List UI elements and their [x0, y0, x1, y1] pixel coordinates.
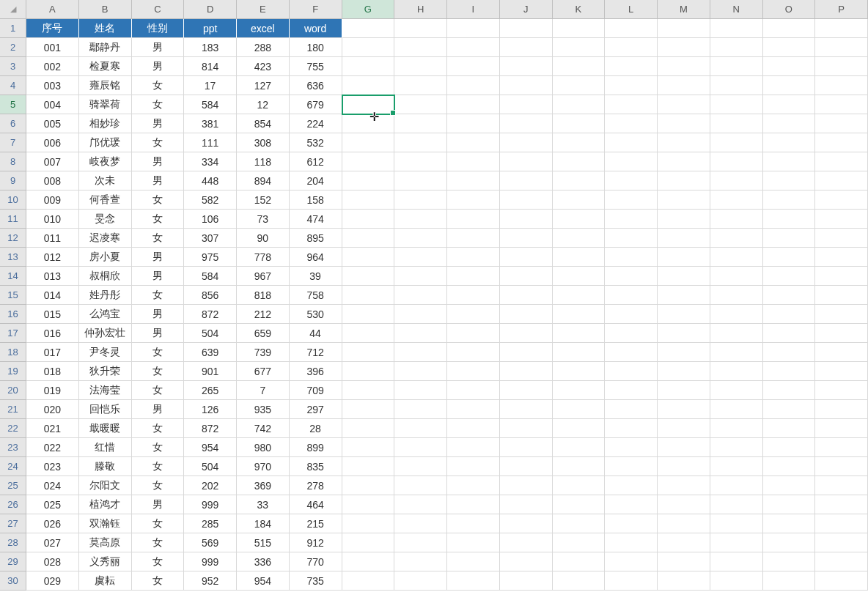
- cell-B7[interactable]: 邝优瑗: [79, 133, 132, 152]
- cell-D27[interactable]: 285: [184, 514, 237, 533]
- cell-L25[interactable]: [605, 476, 658, 495]
- cell-J7[interactable]: [500, 133, 553, 152]
- cell-M2[interactable]: [658, 38, 710, 57]
- cell-L23[interactable]: [605, 438, 658, 457]
- cell-J20[interactable]: [500, 381, 553, 400]
- cell-K8[interactable]: [553, 152, 606, 171]
- row-header-18[interactable]: 18: [0, 343, 26, 362]
- cell-B24[interactable]: 滕敬: [79, 457, 132, 476]
- row-header-25[interactable]: 25: [0, 476, 26, 495]
- cell-K1[interactable]: [553, 19, 606, 38]
- column-header-I[interactable]: I: [447, 0, 500, 19]
- cell-D11[interactable]: 106: [184, 210, 237, 229]
- cell-G7[interactable]: [342, 133, 395, 152]
- cell-E28[interactable]: 515: [237, 533, 290, 552]
- cell-A27[interactable]: 026: [26, 514, 79, 533]
- cell-A17[interactable]: 016: [26, 324, 79, 343]
- cell-B3[interactable]: 检夏寒: [79, 57, 132, 76]
- cell-F18[interactable]: 712: [290, 343, 342, 362]
- cell-A1[interactable]: 序号: [26, 19, 79, 38]
- row-header-28[interactable]: 28: [0, 533, 26, 552]
- cell-K27[interactable]: [553, 514, 606, 533]
- cell-C23[interactable]: 女: [132, 438, 185, 457]
- row-header-5[interactable]: 5: [0, 95, 26, 114]
- cell-G10[interactable]: [342, 190, 395, 210]
- cell-C16[interactable]: 男: [132, 305, 185, 324]
- cell-A14[interactable]: 013: [26, 267, 79, 286]
- cell-B5[interactable]: 骑翠荷: [79, 95, 132, 114]
- cell-O12[interactable]: [763, 229, 816, 248]
- cell-E19[interactable]: 677: [237, 362, 290, 381]
- cell-P16[interactable]: [815, 305, 868, 324]
- cell-J26[interactable]: [500, 495, 553, 514]
- cell-P29[interactable]: [815, 552, 868, 571]
- cell-I1[interactable]: [447, 19, 500, 38]
- cell-F29[interactable]: 770: [290, 552, 342, 571]
- cell-D16[interactable]: 872: [184, 305, 237, 324]
- cell-J13[interactable]: [500, 248, 553, 267]
- cell-K11[interactable]: [553, 210, 606, 229]
- cell-N5[interactable]: [710, 95, 763, 114]
- cell-M29[interactable]: [658, 552, 710, 571]
- cell-J15[interactable]: [500, 286, 553, 305]
- cell-N27[interactable]: [710, 514, 763, 533]
- cell-P18[interactable]: [815, 343, 868, 362]
- column-header-N[interactable]: N: [710, 0, 763, 19]
- cell-I7[interactable]: [447, 133, 500, 152]
- cell-K17[interactable]: [553, 324, 606, 343]
- cell-C27[interactable]: 女: [132, 514, 185, 533]
- cell-E4[interactable]: 127: [237, 76, 290, 95]
- cell-H12[interactable]: [394, 229, 447, 248]
- cell-J16[interactable]: [500, 305, 553, 324]
- cell-G5[interactable]: [342, 95, 395, 114]
- cell-F25[interactable]: 278: [290, 476, 342, 495]
- cell-G27[interactable]: [342, 514, 395, 533]
- cell-E26[interactable]: 33: [237, 495, 290, 514]
- cell-K6[interactable]: [553, 114, 606, 133]
- cell-M10[interactable]: [658, 190, 710, 210]
- cell-E17[interactable]: 659: [237, 324, 290, 343]
- cell-N23[interactable]: [710, 438, 763, 457]
- cell-B25[interactable]: 尔阳文: [79, 476, 132, 495]
- cell-L1[interactable]: [605, 19, 658, 38]
- cell-H2[interactable]: [394, 38, 447, 57]
- cell-D5[interactable]: 584: [184, 95, 237, 114]
- cell-J11[interactable]: [500, 210, 553, 229]
- cell-E24[interactable]: 970: [237, 457, 290, 476]
- cell-C29[interactable]: 女: [132, 552, 185, 571]
- cell-J1[interactable]: [500, 19, 553, 38]
- cell-C21[interactable]: 男: [132, 400, 185, 419]
- cell-P23[interactable]: [815, 438, 868, 457]
- cell-I22[interactable]: [447, 419, 500, 438]
- cell-D29[interactable]: 999: [184, 552, 237, 571]
- cell-G8[interactable]: [342, 152, 395, 171]
- cell-A30[interactable]: 029: [26, 571, 79, 591]
- cell-D20[interactable]: 265: [184, 381, 237, 400]
- cell-I11[interactable]: [447, 210, 500, 229]
- cell-D12[interactable]: 307: [184, 229, 237, 248]
- cell-O29[interactable]: [763, 552, 816, 571]
- cell-I2[interactable]: [447, 38, 500, 57]
- cell-A26[interactable]: 025: [26, 495, 79, 514]
- cell-I12[interactable]: [447, 229, 500, 248]
- cell-A29[interactable]: 028: [26, 552, 79, 571]
- cell-M14[interactable]: [658, 267, 710, 286]
- cell-G11[interactable]: [342, 210, 395, 229]
- cell-E23[interactable]: 980: [237, 438, 290, 457]
- cell-I17[interactable]: [447, 324, 500, 343]
- cell-P26[interactable]: [815, 495, 868, 514]
- cell-B4[interactable]: 雍辰铭: [79, 76, 132, 95]
- cell-C8[interactable]: 男: [132, 152, 185, 171]
- cell-J4[interactable]: [500, 76, 553, 95]
- cell-A8[interactable]: 007: [26, 152, 79, 171]
- cell-F26[interactable]: 464: [290, 495, 342, 514]
- cell-B18[interactable]: 尹冬灵: [79, 343, 132, 362]
- cell-P15[interactable]: [815, 286, 868, 305]
- cell-D30[interactable]: 952: [184, 571, 237, 591]
- cell-K12[interactable]: [553, 229, 606, 248]
- cell-O25[interactable]: [763, 476, 816, 495]
- cell-E11[interactable]: 73: [237, 210, 290, 229]
- cell-K19[interactable]: [553, 362, 606, 381]
- cell-P17[interactable]: [815, 324, 868, 343]
- row-header-2[interactable]: 2: [0, 38, 26, 57]
